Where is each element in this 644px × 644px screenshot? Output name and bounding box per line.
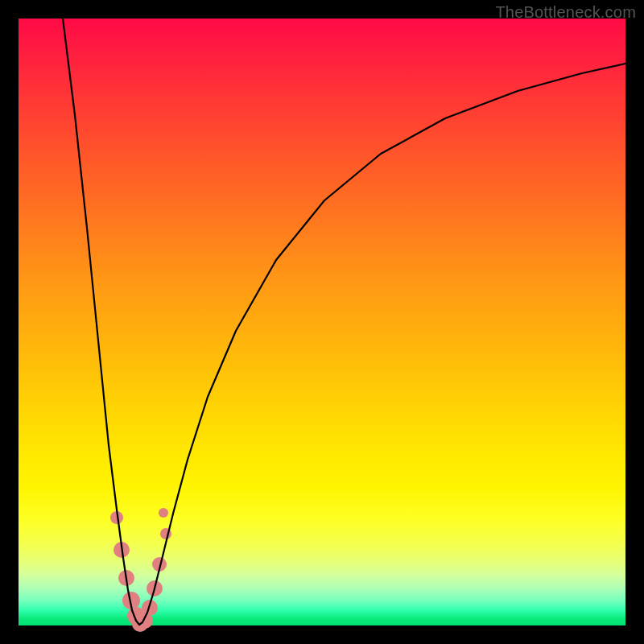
chart-frame: TheBottleneck.com [0,0,644,644]
plot-area [19,19,625,625]
data-marker [159,508,168,518]
curve-layer [19,19,625,625]
watermark-text: TheBottleneck.com [495,3,636,22]
bottleneck-curve [63,19,625,625]
